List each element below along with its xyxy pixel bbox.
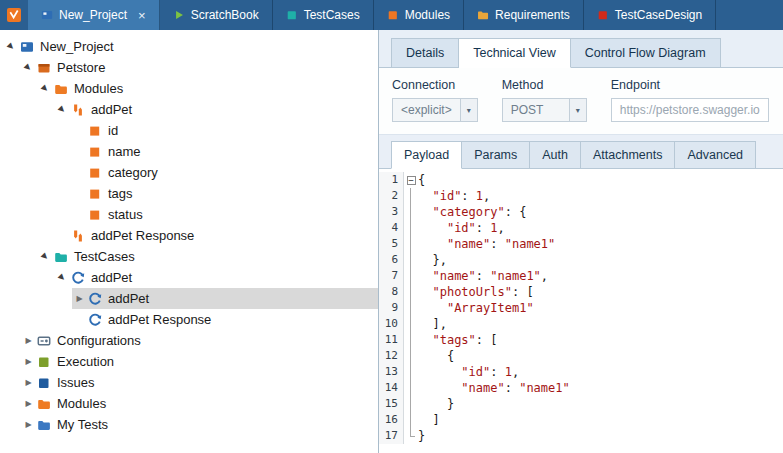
- expander-closed-icon[interactable]: ▶: [21, 399, 36, 408]
- payload-tab-advanced[interactable]: Advanced: [675, 141, 756, 169]
- tree-item-modules[interactable]: ▶Modules: [38, 78, 378, 99]
- tree-item-category[interactable]: category: [72, 162, 378, 183]
- app-logo-icon[interactable]: [0, 0, 28, 30]
- code-editor[interactable]: 1−{2 "id": 1,3 "category": {4 "id": 1,5 …: [379, 169, 783, 453]
- tab-testcases[interactable]: TestCases: [273, 0, 374, 30]
- tree-item-addpet-response[interactable]: addPet Response: [72, 309, 378, 330]
- detail-panel: DetailsTechnical ViewControl Flow Diagra…: [378, 30, 783, 453]
- code-line[interactable]: 14 "name": "name1": [379, 380, 783, 396]
- connection-select[interactable]: <explicit> ▾: [392, 98, 478, 122]
- view-tab-technical-view[interactable]: Technical View: [459, 38, 570, 68]
- tree-item-label: addPet: [108, 291, 149, 306]
- line-number: 6: [379, 252, 404, 268]
- line-number: 12: [379, 348, 404, 364]
- code-line[interactable]: 11 "tags": [: [379, 332, 783, 348]
- method-select[interactable]: POST ▾: [502, 98, 587, 122]
- code-line[interactable]: 9 "ArrayItem1": [379, 300, 783, 316]
- code-line[interactable]: 12 {: [379, 348, 783, 364]
- code-line[interactable]: 1−{: [379, 172, 783, 188]
- payload-tab-auth[interactable]: Auth: [530, 141, 581, 169]
- folder-blue-icon: [36, 417, 52, 433]
- tab-label: ScratchBook: [191, 8, 259, 22]
- fold-toggle-icon[interactable]: −: [404, 172, 418, 188]
- tab-modules[interactable]: Modules: [374, 0, 464, 30]
- fold-guide: [404, 220, 418, 236]
- tree-item-addpet[interactable]: ▶addPet: [55, 267, 378, 288]
- config-icon: [36, 333, 52, 349]
- tab-label: TestCases: [304, 8, 360, 22]
- code-line[interactable]: 16 ]: [379, 412, 783, 428]
- payload-tab-attachments[interactable]: Attachments: [581, 141, 675, 169]
- module-icon: [70, 228, 86, 244]
- expander-closed-icon[interactable]: ▶: [21, 357, 36, 366]
- line-number: 1: [379, 172, 404, 188]
- line-number: 14: [379, 380, 404, 396]
- tree-item-testcases[interactable]: ▶TestCases: [38, 246, 378, 267]
- project-icon: [19, 39, 35, 55]
- tree-item-my-tests[interactable]: ▶My Tests: [21, 414, 378, 435]
- tree-item-label: addPet: [91, 270, 132, 285]
- tree-item-label: status: [108, 207, 143, 222]
- tree-item-status[interactable]: status: [72, 204, 378, 225]
- expander-open-icon[interactable]: ▶: [4, 42, 19, 51]
- code-line[interactable]: 2 "id": 1,: [379, 188, 783, 204]
- expander-open-icon[interactable]: ▶: [38, 84, 53, 93]
- expander-open-icon[interactable]: ▶: [21, 63, 36, 72]
- tree-item-label: Modules: [74, 81, 123, 96]
- code-line[interactable]: 17}: [379, 428, 783, 444]
- expander-closed-icon[interactable]: ▶: [21, 336, 36, 345]
- tab-scratchbook[interactable]: ScratchBook: [160, 0, 273, 30]
- execution-icon: [36, 354, 52, 370]
- endpoint-field[interactable]: https://petstore.swagger.io: [611, 98, 769, 122]
- chevron-down-icon[interactable]: ▾: [461, 98, 478, 122]
- tree-item-petstore[interactable]: ▶Petstore: [21, 57, 378, 78]
- code-line[interactable]: 5 "name": "name1": [379, 236, 783, 252]
- payload-tab-payload[interactable]: Payload: [391, 141, 462, 169]
- code-line[interactable]: 8 "photoUrls": [: [379, 284, 783, 300]
- fold-guide: [404, 412, 418, 428]
- code-line[interactable]: 15 }: [379, 396, 783, 412]
- expander-closed-icon[interactable]: ▶: [72, 294, 87, 303]
- code-line[interactable]: 7 "name": "name1",: [379, 268, 783, 284]
- tree-item-label: name: [108, 144, 141, 159]
- code-line[interactable]: 13 "id": 1,: [379, 364, 783, 380]
- payload-tab-params[interactable]: Params: [462, 141, 530, 169]
- tree-item-configurations[interactable]: ▶Configurations: [21, 330, 378, 351]
- testcase-icon: [70, 270, 86, 286]
- window-tab-bar: New_Project×ScratchBookTestCasesModulesR…: [0, 0, 783, 30]
- code-line[interactable]: 3 "category": {: [379, 204, 783, 220]
- code-line[interactable]: 6 },: [379, 252, 783, 268]
- tab-requirements[interactable]: Requirements: [464, 0, 584, 30]
- field-icon: [87, 186, 103, 202]
- code-line[interactable]: 10 ],: [379, 316, 783, 332]
- chevron-down-icon[interactable]: ▾: [570, 98, 587, 122]
- expander-open-icon[interactable]: ▶: [38, 252, 53, 261]
- tree-item-label: id: [108, 123, 118, 138]
- fold-guide: [404, 396, 418, 412]
- tree-item-name[interactable]: name: [72, 141, 378, 162]
- tree-item-new-project[interactable]: ▶New_Project: [4, 36, 378, 57]
- tree-item-id[interactable]: id: [72, 120, 378, 141]
- module-icon: [70, 102, 86, 118]
- tree-item-modules[interactable]: ▶Modules: [21, 393, 378, 414]
- method-label: Method: [502, 78, 587, 92]
- fold-guide: [404, 300, 418, 316]
- code-line[interactable]: 4 "id": 1,: [379, 220, 783, 236]
- view-tab-control-flow-diagram[interactable]: Control Flow Diagram: [571, 38, 721, 68]
- tab-new-project[interactable]: New_Project×: [28, 0, 160, 30]
- expander-closed-icon[interactable]: ▶: [21, 420, 36, 429]
- tree-item-addpet[interactable]: ▶addPet: [72, 288, 378, 309]
- tree-item-addpet-response[interactable]: addPet Response: [55, 225, 378, 246]
- line-number: 7: [379, 268, 404, 284]
- tree-item-addpet[interactable]: ▶addPet: [55, 99, 378, 120]
- connection-value: <explicit>: [392, 98, 461, 122]
- tree-item-execution[interactable]: ▶Execution: [21, 351, 378, 372]
- close-icon[interactable]: ×: [138, 9, 146, 22]
- expander-closed-icon[interactable]: ▶: [21, 378, 36, 387]
- expander-open-icon[interactable]: ▶: [55, 273, 70, 282]
- tree-item-tags[interactable]: tags: [72, 183, 378, 204]
- tab-testcasedesign[interactable]: TestCaseDesign: [584, 0, 716, 30]
- expander-open-icon[interactable]: ▶: [55, 105, 70, 114]
- tree-item-issues[interactable]: ▶Issues: [21, 372, 378, 393]
- view-tab-details[interactable]: Details: [391, 38, 459, 68]
